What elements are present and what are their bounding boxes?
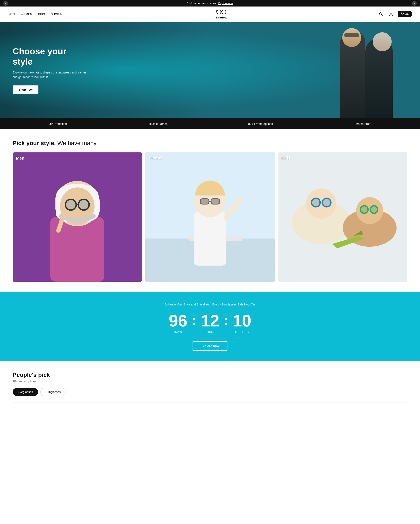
hero-cta-button[interactable]: Shop now [13, 86, 38, 94]
style-grid: Men [13, 152, 407, 282]
svg-point-28 [360, 206, 368, 213]
countdown-colon-2: : [223, 312, 228, 328]
style-card-kids-label: Kids [281, 156, 290, 161]
style-card-women-label: Women [149, 156, 164, 161]
men-image [13, 152, 142, 282]
svg-rect-16 [194, 212, 226, 266]
picks-tabs: Eyeglasses Sunglasses [13, 388, 407, 396]
cart-button[interactable]: (0) [398, 11, 411, 17]
features-bar: UV Protection Flexible frames 80+ Frame … [0, 118, 420, 129]
logo-icon [216, 9, 226, 16]
hero-section: Choose your style Explore our new latest… [0, 22, 420, 118]
countdown-hours: 12 [201, 312, 219, 329]
style-title: Pick your style, We have many [13, 140, 407, 147]
svg-point-2 [379, 13, 382, 15]
feature-flexible: Flexible frames [148, 122, 167, 126]
style-card-men[interactable]: Men [13, 152, 142, 282]
svg-point-29 [370, 206, 378, 213]
svg-point-4 [402, 15, 402, 15]
svg-point-25 [322, 198, 331, 207]
explore-button[interactable]: Explore now [192, 341, 227, 351]
svg-point-5 [403, 15, 403, 15]
main-nav: MEN WOMEN KIDS SHOP ALL [9, 13, 65, 16]
countdown-days: 96 [169, 312, 187, 329]
svg-point-11 [78, 199, 89, 210]
header-actions: (0) [377, 11, 411, 17]
picks-subtitle: 10+ frame options [13, 380, 407, 383]
svg-rect-19 [211, 199, 220, 204]
hero-subtitle: Explore our new latest shapes of sunglas… [13, 70, 88, 79]
svg-point-24 [311, 198, 320, 207]
countdown-days-unit: 96 DAYS [169, 312, 187, 334]
header: MEN WOMEN KIDS SHOP ALL Shadow [0, 7, 420, 22]
countdown-minutes: 10 [233, 312, 251, 329]
style-card-women[interactable]: Women [145, 152, 275, 282]
nav-women[interactable]: WOMEN [21, 13, 32, 16]
logo[interactable]: Shadow [215, 9, 228, 19]
style-card-men-label: Men [16, 156, 24, 161]
nav-men[interactable]: MEN [9, 13, 15, 16]
announcement-text: Explore our new shapes · Explore now [187, 2, 233, 5]
picks-title: People's pick [13, 372, 407, 378]
hero-title: Choose your style [13, 46, 88, 67]
countdown-hours-label: HOURS [201, 331, 219, 334]
account-button[interactable] [388, 11, 394, 17]
hero-content: Choose your style Explore our new latest… [0, 34, 101, 106]
logo-text: Shadow [215, 16, 228, 19]
countdown-days-label: DAYS [169, 331, 187, 334]
feature-scratch: Scratch-proof [354, 122, 371, 126]
countdown-timer: 96 DAYS : 12 HOURS : 10 MINUTES [9, 312, 411, 334]
announcement-link[interactable]: Explore now [218, 2, 233, 5]
section-divider [13, 402, 407, 402]
svg-point-0 [217, 10, 221, 14]
picks-section: People's pick 10+ frame options Eyeglass… [0, 361, 420, 409]
tab-eyeglasses[interactable]: Eyeglasses [13, 388, 38, 396]
countdown-hours-unit: 12 HOURS [201, 312, 219, 334]
nav-kids[interactable]: KIDS [38, 13, 45, 16]
style-section: Pick your style, We have many [0, 129, 420, 292]
svg-rect-18 [200, 199, 209, 204]
nav-shop-all[interactable]: SHOP ALL [51, 13, 65, 16]
countdown-section: Enhance Your Style and Shield Your Eyes … [0, 292, 420, 361]
countdown-minutes-unit: 10 MINUTES [233, 312, 251, 334]
svg-point-23 [306, 189, 336, 219]
svg-point-10 [66, 199, 76, 210]
women-image [145, 152, 275, 282]
countdown-minutes-label: MINUTES [233, 331, 251, 334]
countdown-colon-1: : [192, 312, 196, 328]
kids-image [278, 152, 407, 282]
countdown-promo-text: Enhance Your Style and Shield Your Eyes … [9, 303, 411, 306]
cart-count: (0) [405, 13, 409, 16]
tab-sunglasses[interactable]: Sunglasses [40, 388, 66, 396]
announcement-prev-button[interactable]: ‹ [3, 1, 8, 6]
announcement-bar: ‹ Explore our new shapes · Explore now › [0, 0, 420, 7]
announcement-next-button[interactable]: › [412, 1, 417, 6]
feature-frames: 80+ Frame options [248, 122, 273, 126]
style-card-kids[interactable]: Kids [278, 152, 407, 282]
svg-point-1 [222, 10, 226, 14]
feature-uv: UV Protection [49, 122, 67, 126]
search-button[interactable] [377, 11, 384, 17]
